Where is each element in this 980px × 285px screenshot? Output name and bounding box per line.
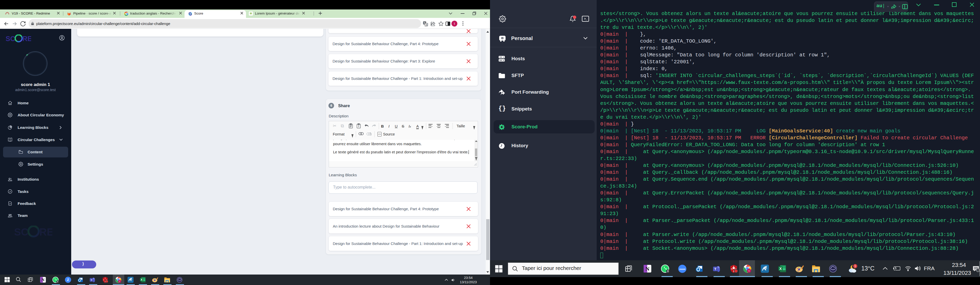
svg-text:7: 7	[977, 269, 978, 272]
svg-text:Z: Z	[67, 278, 69, 282]
svg-text:N: N	[646, 266, 649, 272]
svg-text:SC: SC	[14, 226, 28, 238]
svg-text:RE: RE	[22, 35, 31, 43]
svg-text:T: T	[714, 267, 716, 271]
svg-text:X: X	[141, 279, 142, 281]
svg-text:8: 8	[57, 280, 58, 283]
svg-text:N: N	[41, 278, 45, 282]
svg-text:X: X	[780, 267, 782, 271]
svg-text:T: T	[358, 125, 360, 127]
svg-text:1: 1	[854, 264, 856, 268]
svg-text:8: 8	[667, 269, 669, 273]
svg-text:文: 文	[425, 24, 428, 26]
svg-text:RE: RE	[39, 226, 52, 238]
svg-text:t: t	[749, 269, 749, 272]
svg-text:T: T	[91, 279, 92, 282]
svg-text:SC: SC	[6, 35, 15, 43]
svg-text:zoom: zoom	[679, 268, 686, 271]
